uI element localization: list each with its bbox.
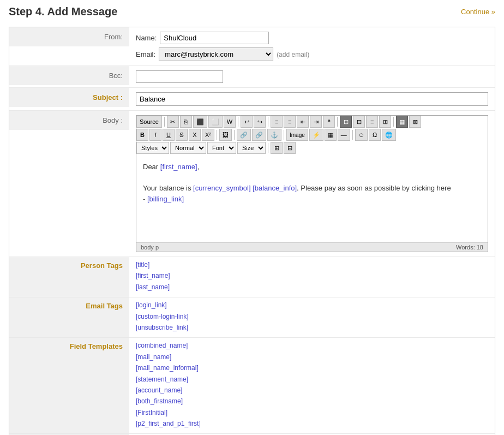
special-char-button[interactable]: Ω (369, 129, 381, 141)
toolbar-sep-3 (268, 117, 268, 127)
status-right: Words: 18 (456, 244, 483, 251)
superscript-button[interactable]: X² (202, 129, 214, 141)
editor-line-1: Dear [first_name], (143, 162, 481, 172)
styles-select[interactable]: Styles (136, 142, 169, 154)
copy-button[interactable]: ⎘ (180, 116, 192, 128)
person-tags-label: Person Tags (9, 257, 129, 297)
editor-status-bar: body p Words: 18 (136, 242, 488, 252)
justify-full-button[interactable]: ⊞ (379, 116, 391, 128)
text-color-button[interactable]: ⊞ (271, 142, 283, 154)
from-name-row: Name: (136, 32, 488, 44)
justify-left-button[interactable]: ⊡ (340, 116, 352, 128)
tag-first-name: [first_name] (160, 163, 197, 171)
bcc-label: Bcc: (9, 66, 129, 85)
table-button[interactable]: ▦ (325, 129, 337, 141)
paste-word-button[interactable]: W (224, 116, 236, 128)
editor-container: Source ✂ ⎘ ⬛ ⬜ W ↩ ↪ ≡ ≡ ⇤ ⇥ (136, 115, 488, 252)
editor-line-2: Your balance is [currency_symbol] [balan… (143, 183, 481, 194)
indent-button[interactable]: ⇥ (310, 116, 322, 128)
field-first-initial[interactable]: [FirstInitial] (136, 407, 167, 418)
bg-color-button[interactable]: ⊟ (284, 142, 296, 154)
field-mail-name-informal[interactable]: [mail_name_informal] (136, 362, 199, 373)
person-tags-items: [title] [first_name] [last_name] (129, 257, 495, 297)
body-row: Body : Source ✂ ⎘ ⬛ ⬜ W ↩ ↪ (9, 111, 495, 257)
maximize-button[interactable]: ⊠ (409, 116, 421, 128)
bold-button[interactable]: B (136, 129, 148, 141)
from-name-input[interactable] (160, 32, 269, 44)
toolbar-row-1: Source ✂ ⎘ ⬛ ⬜ W ↩ ↪ ≡ ≡ ⇤ ⇥ (136, 116, 488, 128)
anchor-button[interactable]: ⚓ (267, 129, 281, 141)
cut-button[interactable]: ✂ (167, 116, 179, 128)
source-button[interactable]: Source (136, 116, 162, 128)
show-blocks-button[interactable]: ▦ (396, 116, 408, 128)
subject-input[interactable] (136, 92, 488, 106)
undo-button[interactable]: ↩ (241, 116, 253, 128)
field-templates-items: [combined_name] [mail_name] [mail_name_i… (129, 338, 495, 433)
insert-image-button[interactable]: Image (286, 129, 308, 141)
justify-right-button[interactable]: ≡ (366, 116, 378, 128)
person-tag-first-name[interactable]: [first_name] (136, 270, 170, 281)
person-tag-last-name[interactable]: [last_name] (136, 282, 170, 293)
page-header: Step 4. Add Message Continue » (9, 5, 495, 18)
paste-button[interactable]: ⬛ (193, 116, 207, 128)
image-button[interactable]: 🖼 (219, 129, 232, 141)
from-email-label: Email: (136, 50, 155, 58)
format-select[interactable]: Normal (170, 142, 206, 154)
flash-button[interactable]: ⚡ (309, 129, 323, 141)
redo-button[interactable]: ↪ (254, 116, 266, 128)
strikethrough-button[interactable]: S (176, 129, 188, 141)
field-mail-name[interactable]: [mail_name] (136, 351, 171, 362)
subject-row: Subject : (9, 88, 495, 111)
toolbar-sep-8 (284, 130, 284, 140)
tag-currency-symbol: [currency_symbol] (193, 184, 250, 192)
paste-text-button[interactable]: ⬜ (208, 116, 223, 128)
person-tag-title[interactable]: [title] (136, 259, 149, 270)
subject-label: Subject : (9, 88, 129, 107)
editor-body[interactable]: Dear [first_name], Your balance is [curr… (136, 155, 488, 242)
continue-link[interactable]: Continue » (461, 8, 495, 16)
field-p2-first[interactable]: [p2_first_and_p1_first] (136, 418, 201, 429)
field-templates-label: Field Templates (9, 338, 129, 433)
tag-balance-info: [balance_info] (253, 184, 297, 192)
ordered-list-button[interactable]: ≡ (284, 116, 296, 128)
justify-center-button[interactable]: ⊟ (353, 116, 365, 128)
size-select[interactable]: Size (237, 142, 266, 154)
toolbar-sep-4 (337, 117, 338, 127)
blockquote-button[interactable]: ❝ (323, 116, 335, 128)
editor-line-3: - [billing_link] (143, 194, 481, 205)
field-account-name[interactable]: [account_name] (136, 385, 182, 396)
field-combined-name[interactable]: [combined_name] (136, 340, 188, 351)
toolbar-sep-5 (393, 117, 394, 127)
from-content: Name: Email: marc@rustybrick.com (add em… (129, 27, 495, 65)
add-email-link[interactable]: (add email) (277, 51, 309, 58)
from-row: From: Name: Email: marc@rustybrick.com (… (9, 27, 495, 66)
email-tag-custom-login[interactable]: [custom-login-link] (136, 311, 189, 322)
page-title: Step 4. Add Message (9, 5, 117, 18)
from-label: From: (9, 27, 129, 46)
smiley-button[interactable]: ☺ (355, 129, 368, 141)
page-container: Step 4. Add Message Continue » From: Nam… (0, 0, 504, 435)
email-tags-items: [login_link] [custom-login-link] [unsubs… (129, 297, 495, 337)
body-label: Body : (9, 111, 129, 130)
bcc-input[interactable] (136, 70, 223, 83)
iframe-button[interactable]: 🌐 (382, 129, 396, 141)
toolbar-row-2: B I U S X X² 🖼 🔗 🔗 ⚓ Image (136, 129, 488, 141)
italic-button[interactable]: I (149, 129, 161, 141)
toolbar-sep-10 (268, 143, 268, 153)
outdent-button[interactable]: ⇤ (297, 116, 309, 128)
hr-button[interactable]: — (338, 129, 350, 141)
unlink-button[interactable]: 🔗 (252, 129, 266, 141)
font-select[interactable]: Font (207, 142, 236, 154)
toolbar-sep-1 (164, 117, 165, 127)
email-tag-login-link[interactable]: [login_link] (136, 300, 167, 311)
status-left: body p (141, 244, 159, 251)
field-both-firstname[interactable]: [both_firstname] (136, 396, 183, 407)
field-statement-name[interactable]: [statement_name] (136, 374, 188, 385)
email-tag-unsubscribe[interactable]: [unsubscribe_link] (136, 322, 188, 333)
email-tags-label: Email Tags (9, 297, 129, 337)
underline-button[interactable]: U (163, 129, 175, 141)
unordered-list-button[interactable]: ≡ (271, 116, 283, 128)
link-button[interactable]: 🔗 (237, 129, 251, 141)
subscript-button[interactable]: X (189, 129, 201, 141)
from-email-select[interactable]: marc@rustybrick.com (159, 47, 273, 61)
